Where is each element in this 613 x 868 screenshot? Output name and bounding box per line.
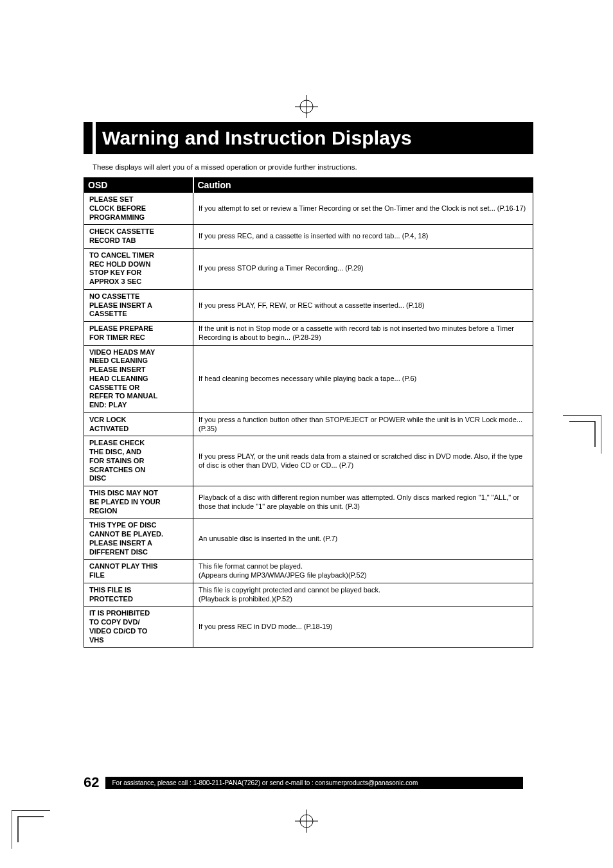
caution-cell: If you press REC, and a cassette is inse… (193, 225, 533, 249)
table-row: PLEASE SET CLOCK BEFORE PROGRAMMINGIf yo… (84, 193, 533, 225)
osd-cell: TO CANCEL TIMER REC HOLD DOWN STOP KEY F… (84, 248, 193, 289)
page-footer: 62 For assistance, please call : 1-800-2… (84, 774, 523, 791)
table-row: VCR LOCK ACTIVATEDIf you press a functio… (84, 412, 533, 436)
osd-table: OSD Caution PLEASE SET CLOCK BEFORE PROG… (84, 177, 533, 648)
osd-cell: VIDEO HEADS MAY NEED CLEANING PLEASE INS… (84, 345, 193, 412)
osd-cell: THIS FILE IS PROTECTED (84, 583, 193, 607)
caution-cell: If head cleaning becomes necessary while… (193, 345, 533, 412)
crop-mark-left-icon (12, 810, 50, 849)
osd-cell: PLEASE PREPARE FOR TIMER REC (84, 322, 193, 346)
caution-cell: If you attempt to set or review a Timer … (193, 193, 533, 225)
table-row: IT IS PROHIBITED TO COPY DVD/ VIDEO CD/C… (84, 607, 533, 648)
osd-cell: NO CASSETTE PLEASE INSERT A CASSETTE (84, 289, 193, 321)
table-row: THIS FILE IS PROTECTEDThis file is copyr… (84, 583, 533, 607)
caution-cell: If you press a function button other tha… (193, 412, 533, 436)
caution-cell: This file format cannot be played. (Appe… (193, 560, 533, 583)
caution-cell: If you press PLAY, FF, REW, or REC witho… (193, 289, 533, 321)
header-caution: Caution (193, 178, 533, 193)
table-row: PLEASE PREPARE FOR TIMER RECIf the unit … (84, 322, 533, 346)
caution-cell: If you press REC in DVD mode... (P.18-19… (193, 607, 533, 648)
caution-cell: Playback of a disc with different region… (193, 486, 533, 518)
caution-cell: This file is copyright protected and can… (193, 583, 533, 607)
assistance-bar: For assistance, please call : 1-800-211-… (105, 777, 523, 789)
title-bar: Warning and Instruction Displays (84, 122, 533, 154)
osd-cell: CANNOT PLAY THIS FILE (84, 560, 193, 583)
intro-text: These displays will alert you of a misse… (93, 163, 533, 171)
osd-cell: CHECK CASSETTE RECORD TAB (84, 225, 193, 249)
table-row: THIS DISC MAY NOT BE PLAYED IN YOUR REGI… (84, 486, 533, 518)
page-title: Warning and Instruction Displays (96, 122, 533, 154)
osd-cell: PLEASE SET CLOCK BEFORE PROGRAMMING (84, 193, 193, 225)
osd-cell: THIS TYPE OF DISC CANNOT BE PLAYED. PLEA… (84, 518, 193, 560)
header-osd: OSD (84, 178, 193, 193)
caution-cell: If the unit is not in Stop mode or a cas… (193, 322, 533, 346)
caution-cell: If you press STOP during a Timer Recordi… (193, 248, 533, 289)
table-row: THIS TYPE OF DISC CANNOT BE PLAYED. PLEA… (84, 518, 533, 560)
crop-mark-bottom-icon (295, 810, 318, 833)
table-row: PLEASE CHECK THE DISC, AND FOR STAINS OR… (84, 436, 533, 486)
table-row: TO CANCEL TIMER REC HOLD DOWN STOP KEY F… (84, 248, 533, 289)
table-row: VIDEO HEADS MAY NEED CLEANING PLEASE INS… (84, 345, 533, 412)
caution-cell: If you press PLAY, or the unit reads dat… (193, 436, 533, 486)
table-row: NO CASSETTE PLEASE INSERT A CASSETTEIf y… (84, 289, 533, 321)
osd-cell: PLEASE CHECK THE DISC, AND FOR STAINS OR… (84, 436, 193, 486)
osd-cell: THIS DISC MAY NOT BE PLAYED IN YOUR REGI… (84, 486, 193, 518)
title-accent (84, 122, 93, 154)
table-row: CHECK CASSETTE RECORD TABIf you press RE… (84, 225, 533, 249)
caution-cell: An unusable disc is inserted in the unit… (193, 518, 533, 560)
page-content: Warning and Instruction Displays These d… (84, 122, 533, 648)
page-number: 62 (84, 774, 99, 791)
table-row: CANNOT PLAY THIS FILEThis file format ca… (84, 560, 533, 583)
crop-mark-right-icon (563, 415, 601, 454)
osd-cell: IT IS PROHIBITED TO COPY DVD/ VIDEO CD/C… (84, 607, 193, 648)
osd-cell: VCR LOCK ACTIVATED (84, 412, 193, 436)
crop-mark-top-icon (295, 95, 318, 118)
